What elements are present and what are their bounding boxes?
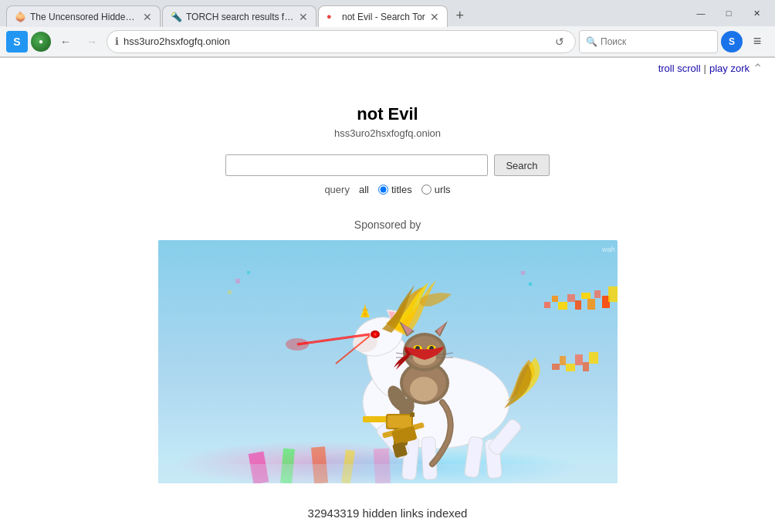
address-bar: ℹ ↺ (107, 30, 576, 53)
query-input[interactable] (225, 154, 488, 176)
tab-label-1: The Uncensored Hidden ... (30, 12, 138, 22)
toolbar-search-input[interactable] (601, 36, 716, 47)
tab-torch[interactable]: 🔦 TORCH search results for: ... ✕ (162, 5, 316, 27)
address-input[interactable] (124, 36, 547, 47)
svg-rect-23 (583, 362, 589, 371)
search-form: Search (225, 154, 549, 176)
titles-radio[interactable] (378, 185, 388, 195)
onion-icon: 🧅 (15, 12, 25, 22)
svg-rect-74 (388, 415, 411, 428)
tab-notevil[interactable]: ● not Evil - Search Tor ✕ (318, 5, 448, 27)
menu-button[interactable]: ≡ (746, 30, 769, 53)
cat-unicorn-illustration: wah (158, 240, 618, 483)
svg-rect-15 (587, 299, 595, 310)
window-controls: — □ ✕ (689, 2, 769, 24)
svg-rect-20 (560, 356, 566, 365)
torch-icon: 🔦 (171, 12, 181, 22)
svg-rect-18 (608, 286, 618, 302)
sponsored-label: Sponsored by (354, 219, 421, 231)
hidden-links-count: 32943319 hidden links indexed (308, 507, 468, 532)
main-content: not Evil hss3uro2hsxfogfq.onion Search q… (0, 58, 775, 532)
svg-point-40 (286, 338, 309, 351)
profile-s-icon[interactable]: S (6, 31, 28, 53)
tab-close-2[interactable]: ✕ (299, 12, 308, 22)
toolbar-search-icon: 🔍 (586, 36, 597, 47)
svg-rect-21 (566, 364, 575, 371)
svg-rect-22 (575, 354, 583, 365)
tab-close-3[interactable]: ✕ (430, 12, 439, 22)
forward-button[interactable]: → (80, 30, 103, 53)
svg-rect-16 (594, 290, 601, 298)
tab-uncensored[interactable]: 🧅 The Uncensored Hidden ... ✕ (6, 5, 161, 27)
svg-rect-9 (544, 302, 550, 308)
troll-scroll-link[interactable]: troll scroll (658, 63, 701, 74)
toolbar-search-box: 🔍 (579, 30, 718, 53)
titles-option[interactable]: titles (378, 184, 412, 195)
svg-rect-84 (521, 271, 525, 275)
site-url: hss3uro2hsxfogfq.onion (334, 127, 441, 139)
svg-point-50 (410, 377, 438, 402)
svg-text:wah: wah (601, 246, 615, 253)
toolbar: S ● ← → ℹ ↺ 🔍 S ≡ (0, 26, 775, 57)
tabs-area: 🧅 The Uncensored Hidden ... ✕ 🔦 TORCH se… (6, 0, 689, 26)
query-label: query (324, 184, 350, 195)
reload-button[interactable]: ↺ (552, 36, 567, 48)
urls-option[interactable]: urls (421, 184, 451, 195)
svg-rect-10 (552, 296, 558, 302)
back-button[interactable]: ← (54, 30, 77, 53)
svg-rect-19 (552, 364, 560, 370)
urls-radio[interactable] (421, 185, 431, 195)
all-label: all (359, 184, 369, 195)
svg-rect-12 (567, 294, 575, 302)
tab-close-1[interactable]: ✕ (143, 12, 152, 22)
minimize-button[interactable]: — (689, 2, 713, 24)
search-button[interactable]: Search (494, 154, 549, 176)
svg-point-37 (374, 334, 376, 336)
notevil-icon: ● (327, 12, 337, 22)
titles-label: titles (391, 184, 412, 195)
scroll-up-icon[interactable]: ⌃ (753, 61, 763, 76)
svg-rect-11 (558, 302, 567, 310)
tab-label-2: TORCH search results for: ... (186, 12, 294, 22)
close-button[interactable]: ✕ (744, 2, 769, 24)
site-title: not Evil (357, 104, 418, 124)
new-tab-button[interactable]: + (449, 5, 471, 26)
svg-rect-13 (575, 300, 581, 310)
filter-row: query all titles urls (324, 184, 450, 195)
svg-rect-77 (410, 412, 415, 417)
svg-rect-81 (235, 279, 240, 283)
svg-rect-8 (158, 464, 618, 483)
sponsored-image: wah (158, 240, 618, 483)
links-separator: | (704, 63, 706, 74)
urls-label: urls (435, 184, 451, 195)
svg-rect-24 (589, 352, 598, 364)
tab-label-3: not Evil - Search Tor (342, 12, 425, 22)
info-icon[interactable]: ℹ (115, 36, 119, 47)
svg-rect-82 (247, 271, 250, 274)
svg-rect-83 (228, 290, 232, 294)
browser-logo[interactable]: ● (31, 32, 51, 52)
page-content: troll scroll | play zork ⌃ not Evil hss3… (0, 58, 775, 532)
play-zork-link[interactable]: play zork (709, 63, 750, 74)
browser-chrome: 🧅 The Uncensored Hidden ... ✕ 🔦 TORCH se… (0, 0, 775, 58)
maximize-button[interactable]: □ (716, 2, 741, 24)
svg-rect-14 (581, 293, 591, 299)
svg-rect-85 (529, 283, 532, 286)
title-bar: 🧅 The Uncensored Hidden ... ✕ 🔦 TORCH se… (0, 0, 775, 26)
top-links-area: troll scroll | play zork ⌃ (658, 61, 763, 76)
extension-icon[interactable]: S (721, 31, 743, 53)
